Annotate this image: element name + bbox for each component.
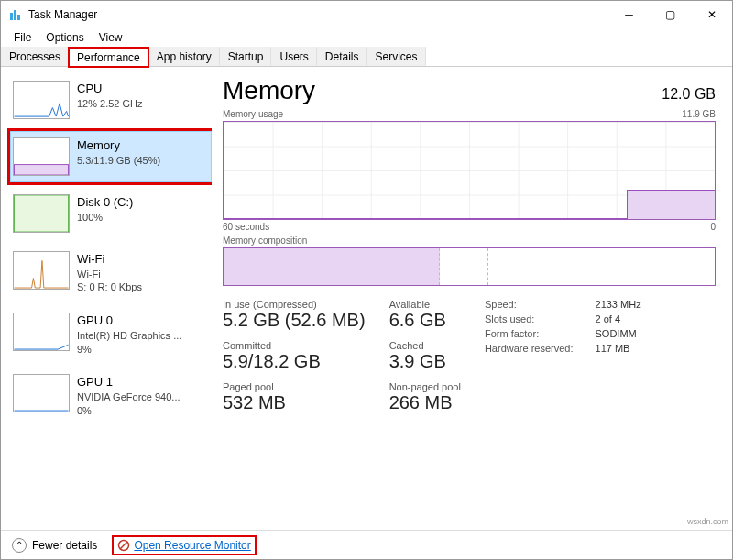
menu-file[interactable]: File xyxy=(6,29,38,46)
hw-key: Hardware reserved: xyxy=(485,343,574,354)
sidebar-item-gpu1[interactable]: GPU 1 NVIDIA GeForce 940... 0% xyxy=(10,368,212,423)
gpu1-name: GPU 1 xyxy=(77,374,181,390)
wifi-name: Wi-Fi xyxy=(77,251,142,268)
title-bar: Task Manager ─ ▢ ✕ xyxy=(1,1,732,28)
watermark: wsxdn.com xyxy=(687,517,728,526)
resource-monitor-icon xyxy=(117,539,130,552)
hw-val: 117 MB xyxy=(596,343,641,354)
window-buttons: ─ ▢ ✕ xyxy=(608,1,732,28)
svg-rect-4 xyxy=(14,195,68,232)
gpu0-sub2: 9% xyxy=(77,343,181,357)
gpu1-sub1: NVIDIA GeForce 940... xyxy=(77,390,181,404)
sidebar-item-wifi[interactable]: Wi-Fi Wi-Fi S: 0 R: 0 Kbps xyxy=(10,245,212,301)
composition-label: Memory composition xyxy=(223,236,307,246)
memory-thumb xyxy=(13,137,70,176)
cpu-sub: 12% 2.52 GHz xyxy=(77,97,143,111)
usage-chart-label: Memory usage xyxy=(223,109,283,119)
tab-performance[interactable]: Performance xyxy=(69,48,148,67)
paged-value: 532 MB xyxy=(223,392,366,413)
menu-bar: File Options View xyxy=(1,28,732,47)
detail-pane: Memory 12.0 GB Memory usage 11.9 GB 60 s… xyxy=(212,67,732,530)
chart-fill xyxy=(627,190,715,219)
disk-sub: 100% xyxy=(77,211,133,225)
svg-line-7 xyxy=(120,542,127,549)
menu-view[interactable]: View xyxy=(92,29,130,46)
menu-options[interactable]: Options xyxy=(38,29,91,46)
comp-free xyxy=(488,248,715,285)
cached-label: Cached xyxy=(389,340,461,351)
main-area: CPU 12% 2.52 GHz Memory 5.3/11.9 GB (45%… xyxy=(1,67,732,530)
tab-services[interactable]: Services xyxy=(367,47,426,66)
axis-right: 0 xyxy=(710,222,716,232)
committed-value: 5.9/18.2 GB xyxy=(223,351,366,372)
disk-thumb xyxy=(13,194,70,233)
svg-rect-1 xyxy=(14,10,16,20)
window-title: Task Manager xyxy=(28,8,608,21)
memory-sub: 5.3/11.9 GB (45%) xyxy=(77,154,160,168)
gpu1-thumb xyxy=(13,374,70,412)
disk-name: Disk 0 (C:) xyxy=(77,194,133,211)
minimize-button[interactable]: ─ xyxy=(608,1,650,28)
svg-rect-0 xyxy=(10,13,13,20)
speed-key: Speed: xyxy=(485,299,574,310)
available-value: 6.6 GB xyxy=(389,310,461,331)
cached-value: 3.9 GB xyxy=(389,351,461,372)
slots-val: 2 of 4 xyxy=(596,313,641,324)
memory-name: Memory xyxy=(77,137,160,154)
usage-chart-max: 11.9 GB xyxy=(682,109,716,119)
cpu-thumb xyxy=(13,81,70,119)
nonpaged-label: Non-paged pool xyxy=(389,381,461,392)
form-val: SODIMM xyxy=(596,328,641,339)
close-button[interactable]: ✕ xyxy=(691,1,732,28)
memory-usage-chart[interactable] xyxy=(223,121,716,220)
kv-table: Speed: 2133 MHz Slots used: 2 of 4 Form … xyxy=(485,299,641,354)
resource-monitor-link-wrap[interactable]: Open Resource Monitor xyxy=(114,537,254,554)
speed-val: 2133 MHz xyxy=(596,299,641,310)
slots-key: Slots used: xyxy=(485,313,574,324)
chart-baseline xyxy=(224,218,627,219)
inuse-value: 5.2 GB (52.6 MB) xyxy=(223,310,366,331)
svg-rect-2 xyxy=(17,15,20,20)
app-icon xyxy=(8,7,23,22)
tab-processes[interactable]: Processes xyxy=(1,47,69,66)
sidebar-item-cpu[interactable]: CPU 12% 2.52 GHz xyxy=(10,74,212,126)
gpu0-name: GPU 0 xyxy=(77,313,181,329)
sidebar-item-gpu0[interactable]: GPU 0 Intel(R) HD Graphics ... 9% xyxy=(10,306,212,362)
open-resource-monitor-link[interactable]: Open Resource Monitor xyxy=(134,539,250,552)
paged-label: Paged pool xyxy=(223,381,366,392)
comp-in-use xyxy=(224,248,440,285)
tab-strip: Processes Performance App history Startu… xyxy=(1,47,732,67)
sidebar: CPU 12% 2.52 GHz Memory 5.3/11.9 GB (45%… xyxy=(1,67,212,530)
fewer-details-link[interactable]: Fewer details xyxy=(32,539,97,552)
detail-title: Memory xyxy=(223,76,315,105)
committed-label: Committed xyxy=(223,340,366,351)
wifi-sub2: S: 0 R: 0 Kbps xyxy=(77,280,142,294)
memory-composition-chart[interactable] xyxy=(223,247,716,286)
comp-modified xyxy=(440,248,489,285)
wifi-thumb xyxy=(13,251,70,290)
gpu0-thumb xyxy=(13,313,70,351)
sidebar-item-disk[interactable]: Disk 0 (C:) 100% xyxy=(10,188,212,239)
tab-details[interactable]: Details xyxy=(317,47,367,66)
tab-startup[interactable]: Startup xyxy=(220,47,272,66)
sidebar-item-memory[interactable]: Memory 5.3/11.9 GB (45%) xyxy=(10,131,212,182)
wifi-sub1: Wi-Fi xyxy=(77,268,142,281)
footer-bar: ⌃ Fewer details Open Resource Monitor xyxy=(1,530,732,559)
available-label: Available xyxy=(389,299,461,310)
tab-app-history[interactable]: App history xyxy=(148,47,220,66)
detail-total: 12.0 GB xyxy=(662,86,716,103)
tab-users[interactable]: Users xyxy=(271,47,316,66)
svg-rect-3 xyxy=(14,165,68,175)
gpu0-sub1: Intel(R) HD Graphics ... xyxy=(77,329,181,343)
chevron-up-icon[interactable]: ⌃ xyxy=(12,538,27,553)
maximize-button[interactable]: ▢ xyxy=(650,1,691,28)
nonpaged-value: 266 MB xyxy=(389,392,461,413)
stats-area: In use (Compressed) 5.2 GB (52.6 MB) Com… xyxy=(223,299,716,423)
cpu-name: CPU xyxy=(77,81,143,97)
inuse-label: In use (Compressed) xyxy=(223,299,366,310)
gpu1-sub2: 0% xyxy=(77,404,181,418)
form-key: Form factor: xyxy=(485,328,574,339)
axis-left: 60 seconds xyxy=(223,222,269,232)
